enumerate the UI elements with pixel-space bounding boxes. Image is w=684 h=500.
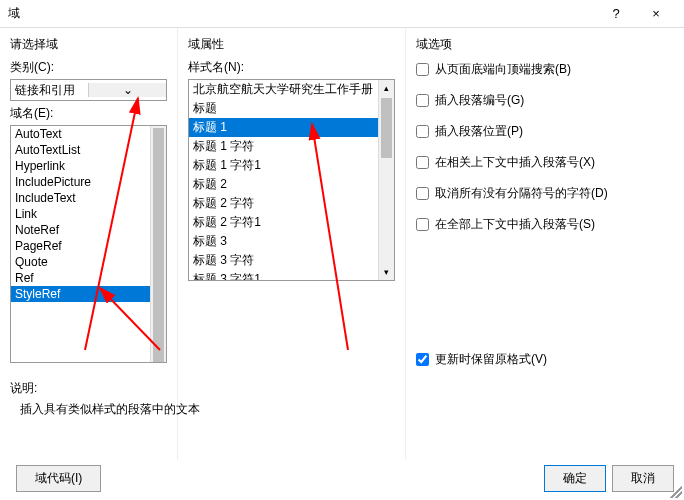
list-item[interactable]: AutoText [11, 126, 166, 142]
fieldnames-label: 域名(E): [10, 105, 167, 122]
scroll-up-icon[interactable]: ▴ [379, 80, 394, 96]
list-item[interactable]: 标题 2 字符1 [189, 213, 394, 232]
checkbox-input[interactable] [416, 187, 429, 200]
list-item[interactable]: 标题 2 [189, 175, 394, 194]
chevron-down-icon: ⌄ [88, 83, 166, 97]
option-checkbox[interactable]: 插入段落编号(G) [416, 92, 674, 109]
checkbox-label: 在相关上下文中插入段落号(X) [435, 154, 595, 171]
preserve-format-checkbox[interactable]: 更新时保留原格式(V) [416, 351, 674, 368]
checkbox-input[interactable] [416, 94, 429, 107]
checkbox-label: 插入段落编号(G) [435, 92, 524, 109]
close-button[interactable]: × [636, 6, 676, 21]
ok-button[interactable]: 确定 [544, 465, 606, 492]
preserve-format-input[interactable] [416, 353, 429, 366]
description-label: 说明: [10, 380, 200, 397]
stylename-listbox[interactable]: 北京航空航天大学研究生工作手册标题标题 1标题 1 字符标题 1 字符1标题 2… [188, 79, 395, 281]
preserve-format-label: 更新时保留原格式(V) [435, 351, 547, 368]
dialog-title: 域 [8, 5, 596, 22]
list-item[interactable]: IncludeText [11, 190, 166, 206]
select-field-header: 请选择域 [10, 36, 167, 53]
field-properties-header: 域属性 [188, 36, 395, 53]
list-item[interactable]: 标题 2 字符 [189, 194, 394, 213]
stylename-label: 样式名(N): [188, 59, 395, 76]
field-options-header: 域选项 [416, 36, 674, 53]
category-value: 链接和引用 [11, 82, 88, 99]
fieldcodes-button[interactable]: 域代码(I) [16, 465, 101, 492]
resize-handle-icon[interactable] [670, 486, 682, 498]
option-checkbox[interactable]: 在相关上下文中插入段落号(X) [416, 154, 674, 171]
checkbox-input[interactable] [416, 156, 429, 169]
option-checkbox[interactable]: 插入段落位置(P) [416, 123, 674, 140]
checkbox-input[interactable] [416, 125, 429, 138]
list-item[interactable]: Quote [11, 254, 166, 270]
list-item[interactable]: PageRef [11, 238, 166, 254]
list-item[interactable]: Link [11, 206, 166, 222]
list-item[interactable]: 标题 [189, 99, 394, 118]
fieldnames-listbox[interactable]: AutoTextAutoTextListHyperlinkIncludePict… [10, 125, 167, 363]
checkbox-label: 在全部上下文中插入段落号(S) [435, 216, 595, 233]
list-item[interactable]: 标题 1 [189, 118, 394, 137]
list-item[interactable]: NoteRef [11, 222, 166, 238]
scrollbar[interactable]: ▴ ▾ [378, 80, 394, 280]
list-item[interactable]: StyleRef [11, 286, 166, 302]
option-checkbox[interactable]: 取消所有没有分隔符号的字符(D) [416, 185, 674, 202]
scrollbar[interactable] [150, 126, 166, 362]
list-item[interactable]: 北京航空航天大学研究生工作手册 [189, 80, 394, 99]
checkbox-input[interactable] [416, 63, 429, 76]
list-item[interactable]: 标题 1 字符 [189, 137, 394, 156]
list-item[interactable]: 标题 3 字符1 [189, 270, 394, 281]
option-checkbox[interactable]: 在全部上下文中插入段落号(S) [416, 216, 674, 233]
list-item[interactable]: 标题 3 字符 [189, 251, 394, 270]
category-label: 类别(C): [10, 59, 167, 76]
checkbox-label: 从页面底端向顶端搜索(B) [435, 61, 571, 78]
list-item[interactable]: 标题 3 [189, 232, 394, 251]
list-item[interactable]: 标题 1 字符1 [189, 156, 394, 175]
checkbox-label: 插入段落位置(P) [435, 123, 523, 140]
help-button[interactable]: ? [596, 6, 636, 21]
cancel-button[interactable]: 取消 [612, 465, 674, 492]
list-item[interactable]: Ref [11, 270, 166, 286]
list-item[interactable]: IncludePicture [11, 174, 166, 190]
titlebar: 域 ? × [0, 0, 684, 28]
checkbox-label: 取消所有没有分隔符号的字符(D) [435, 185, 608, 202]
list-item[interactable]: AutoTextList [11, 142, 166, 158]
scroll-down-icon[interactable]: ▾ [379, 264, 394, 280]
option-checkbox[interactable]: 从页面底端向顶端搜索(B) [416, 61, 674, 78]
description-text: 插入具有类似样式的段落中的文本 [20, 401, 200, 418]
list-item[interactable]: Hyperlink [11, 158, 166, 174]
checkbox-input[interactable] [416, 218, 429, 231]
category-dropdown[interactable]: 链接和引用 ⌄ [10, 79, 167, 101]
